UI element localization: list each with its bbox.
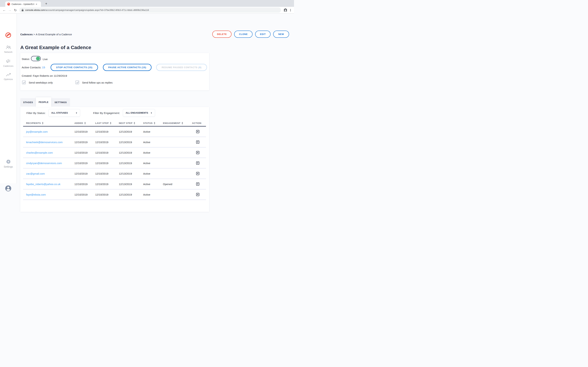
column-header-label: STATUS (143, 122, 153, 125)
status-value: Active (143, 162, 163, 165)
row-action-dropdown-icon[interactable] (196, 130, 199, 133)
sort-icon[interactable] (134, 122, 135, 124)
status-label: Status: (22, 58, 30, 60)
address-bar[interactable]: console.ebsta.com/account/campaignmanage… (19, 8, 281, 13)
resume-count: 0 (199, 66, 200, 69)
sidebar-item-optimize[interactable]: Optimize (0, 73, 17, 81)
stop-active-contacts-button[interactable]: STOP ACTIVE CONTACTS (15) (51, 64, 98, 71)
resume-paused-contacts-button: RESUME PAUSED CONTACTS (0) (156, 64, 207, 71)
chevron-down-icon: ▼ (76, 112, 77, 114)
row-action-dropdown-icon[interactable] (196, 161, 199, 165)
clone-button[interactable]: CLONE (234, 31, 252, 38)
table-row: lenacheek@demoservices.com 12/10/2019 12… (23, 137, 206, 148)
browser-tab-strip: Cadences - Update/Edit Caden × + (0, 0, 294, 7)
column-header[interactable]: LAST STEP (95, 122, 119, 125)
row-action-dropdown-icon[interactable] (196, 151, 199, 154)
delete-button[interactable]: DELETE (212, 31, 232, 38)
send-followups-label: Send follow ups as replies (82, 81, 112, 84)
recipient-email-link[interactable]: fayebo_roberts@yahoo.co.uk (23, 183, 74, 184)
row-action-dropdown-icon[interactable] (196, 141, 199, 144)
column-header[interactable]: RECIPIENTS (23, 122, 74, 125)
engagement-filter-value: ALL ENGAGEMENTS (126, 112, 148, 114)
send-followups-checkbox[interactable] (75, 81, 79, 84)
ebsta-logo[interactable] (5, 32, 11, 38)
added-date: 12/10/2019 (74, 162, 95, 165)
column-header[interactable]: NEXT STEP (119, 122, 143, 125)
sidebar-item-settings[interactable]: Settings (0, 159, 17, 168)
lock-icon (22, 9, 24, 11)
gear-icon (6, 159, 11, 164)
column-header-label: RECIPIENTS (26, 122, 41, 125)
recipients-table: RECIPIENTS ADDED LAST STEP NEXT STEP STA… (23, 120, 206, 184)
sort-icon[interactable] (182, 122, 183, 124)
added-date: 12/10/2019 (74, 130, 95, 133)
browser-toolbar: ← → ↻ console.ebsta.com/account/campaign… (0, 7, 294, 13)
sidebar-item-label: Optimize (0, 78, 17, 81)
tab-stages[interactable]: STAGES (20, 98, 36, 106)
column-header-label: ADDED (74, 122, 83, 125)
table-header-row: RECIPIENTS ADDED LAST STEP NEXT STEP STA… (23, 120, 206, 126)
table-row: fayebo_roberts@yahoo.co.uk 12/10/2019 12… (23, 179, 206, 184)
new-button[interactable]: NEW (273, 31, 289, 38)
recipient-email-link[interactable]: joy@example.com (23, 130, 74, 133)
recipient-email-link[interactable]: cindyryan@demoservices.com (23, 162, 74, 165)
tab-people[interactable]: PEOPLE (36, 97, 51, 107)
edit-button[interactable]: EDIT (255, 31, 270, 38)
tab-settings[interactable]: SETTINGS (51, 98, 70, 106)
table-body: joy@example.com 12/10/2019 12/10/2019 12… (23, 126, 206, 184)
next-step-date: 12/13/2019 (119, 141, 143, 144)
column-header-label: NEXT STEP (119, 122, 132, 125)
table-row: zac@gmail.com 12/10/2019 12/10/2019 12/1… (23, 168, 206, 179)
status-value: Active (143, 151, 163, 154)
status-filter-dropdown[interactable]: ALL STATUSES ▼ (49, 109, 80, 117)
sort-icon[interactable] (110, 122, 111, 124)
added-date: 12/10/2019 (74, 141, 95, 144)
sidebar-item-cadences[interactable]: Cadences (0, 59, 17, 67)
breadcrumb-separator: > (34, 33, 35, 36)
recipient-email-link[interactable]: zac@gmail.com (23, 172, 74, 175)
engagement-value: Opened (163, 183, 192, 184)
ebsta-favicon-icon (7, 3, 10, 6)
next-step-date: 12/13/2019 (119, 151, 143, 154)
added-date: 12/10/2019 (74, 151, 95, 154)
browser-tab[interactable]: Cadences - Update/Edit Caden × (5, 1, 41, 7)
row-action-dropdown-icon[interactable] (196, 172, 199, 175)
browser-menu-kebab-icon[interactable]: ⋮ (288, 8, 293, 13)
sidebar-item-network[interactable]: Network (0, 45, 17, 53)
pause-active-contacts-button[interactable]: PAUSE ACTIVE CONTACTS (15) (103, 64, 152, 71)
column-header[interactable]: ENGAGEMENT (163, 122, 192, 125)
sort-icon[interactable] (42, 122, 43, 124)
last-step-date: 12/10/2019 (95, 162, 119, 165)
sidebar: Network Cadences Optimize (0, 14, 17, 184)
send-weekdays-checkbox[interactable] (22, 81, 26, 84)
column-header[interactable]: ADDED (74, 122, 95, 125)
cadence-status-card: Status: Live Active Contacts: 15 STOP AC… (20, 53, 209, 90)
back-icon[interactable]: ← (2, 8, 7, 13)
status-value: Active (143, 183, 163, 184)
people-panel: Filter By Status: ALL STATUSES ▼ Filter … (20, 107, 209, 184)
url-text: console.ebsta.com/account/campaignmanage… (25, 9, 149, 11)
extension-badge-icon[interactable] (283, 8, 287, 12)
breadcrumb-root[interactable]: Cadences (20, 33, 33, 36)
added-date: 12/10/2019 (74, 183, 95, 184)
column-header[interactable]: ACTION (192, 122, 206, 125)
megaphone-icon (6, 59, 11, 63)
last-step-date: 12/10/2019 (95, 151, 119, 154)
engagement-filter-dropdown[interactable]: ALL ENGAGEMENTS ▼ (123, 109, 155, 117)
column-header[interactable]: STATUS (143, 122, 163, 125)
new-tab-icon[interactable]: + (44, 1, 49, 6)
table-row: cindyryan@demoservices.com 12/10/2019 12… (23, 158, 206, 168)
sort-icon[interactable] (84, 122, 86, 124)
row-action-dropdown-icon[interactable] (196, 183, 199, 184)
sidebar-item-label: Cadences (0, 65, 17, 67)
table-row: charles@example.com 12/10/2019 12/10/201… (23, 148, 206, 158)
reload-icon[interactable]: ↻ (13, 8, 18, 13)
last-step-date: 12/10/2019 (95, 183, 119, 184)
last-step-date: 12/10/2019 (95, 172, 119, 175)
status-value: Active (143, 130, 163, 133)
recipient-email-link[interactable]: lenacheek@demoservices.com (23, 141, 74, 144)
sort-icon[interactable] (154, 122, 155, 124)
recipient-email-link[interactable]: charles@example.com (23, 151, 74, 154)
status-toggle[interactable] (31, 56, 41, 61)
tab-close-icon[interactable]: × (36, 3, 37, 5)
